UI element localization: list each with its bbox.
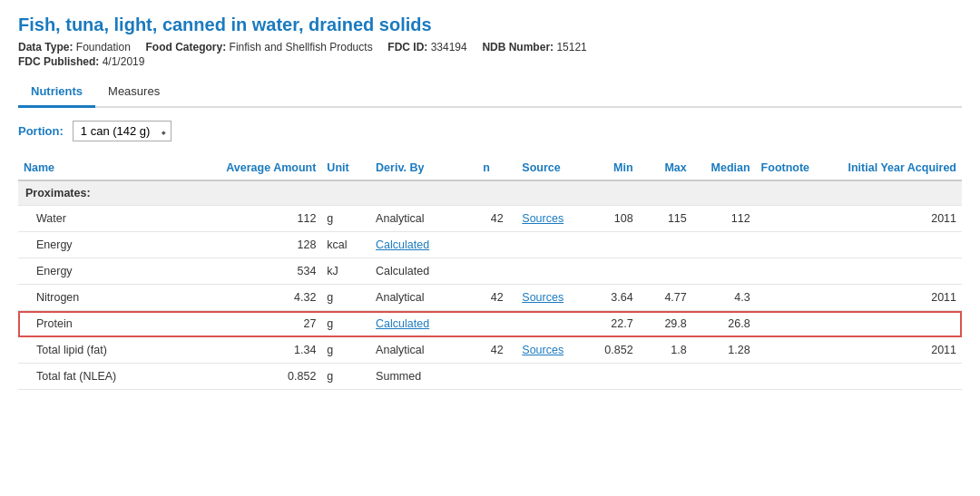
col-header-name: Name [18, 156, 213, 180]
section-header-row: Proximates: [18, 180, 962, 206]
cell-max [639, 364, 692, 390]
portion-select-wrap[interactable]: 1 can (142 g) [73, 121, 172, 141]
tabs: Nutrients Measures [18, 79, 962, 108]
ndb-value: 15121 [556, 41, 586, 53]
cell-footnote [756, 337, 834, 364]
cell-deriv: Calculated [370, 258, 477, 285]
cell-source [516, 311, 584, 337]
ndb-label: NDB Number: [482, 41, 554, 53]
table-row: Total lipid (fat)1.34gAnalytical42Source… [18, 337, 962, 364]
cell-source [516, 258, 584, 285]
cell-footnote [756, 364, 834, 390]
cell-median: 112 [692, 206, 756, 232]
cell-deriv: Analytical [370, 337, 477, 364]
table-row: Energy128kcalCalculated [18, 232, 962, 258]
cell-median: 26.8 [692, 311, 756, 337]
cell-unit: g [321, 285, 370, 311]
cell-footnote [756, 311, 834, 337]
cell-year: 2011 [834, 206, 962, 232]
food-category-value: Finfish and Shellfish Products [230, 41, 373, 53]
meta-row-1: Data Type: Foundation Food Category: Fin… [18, 41, 962, 53]
cell-unit: kJ [321, 258, 370, 285]
cell-source [516, 364, 584, 390]
data-type-label: Data Type: [18, 41, 73, 53]
meta-row-2: FDC Published: 4/1/2019 [18, 55, 962, 68]
cell-year: 2011 [834, 285, 962, 311]
cell-min: 0.852 [585, 337, 639, 364]
food-title: Fish, tuna, light, canned in water, drai… [18, 15, 962, 35]
cell-n [477, 232, 516, 258]
table-row: Protein27gCalculated22.729.826.8 [18, 311, 962, 337]
cell-avg: 534 [213, 258, 321, 285]
cell-name: Total fat (NLEA) [18, 364, 213, 390]
col-header-source: Source [516, 156, 584, 180]
cell-min [585, 364, 639, 390]
cell-deriv[interactable]: Calculated [370, 232, 477, 258]
cell-median [692, 364, 756, 390]
cell-median [692, 232, 756, 258]
portion-select[interactable]: 1 can (142 g) [73, 121, 172, 141]
cell-year: 2011 [834, 337, 962, 364]
cell-median: 4.3 [692, 285, 756, 311]
table-row: Total fat (NLEA)0.852gSummed [18, 364, 962, 390]
cell-name: Nitrogen [18, 285, 213, 311]
cell-unit: kcal [321, 232, 370, 258]
cell-max: 1.8 [639, 337, 692, 364]
data-type-value: Foundation [76, 41, 131, 53]
cell-footnote [756, 232, 834, 258]
cell-deriv: Analytical [370, 206, 477, 232]
cell-unit: g [321, 364, 370, 390]
cell-avg: 112 [213, 206, 321, 232]
cell-unit: g [321, 311, 370, 337]
cell-name: Protein [18, 311, 213, 337]
table-row: Energy534kJCalculated [18, 258, 962, 285]
cell-name: Energy [18, 258, 213, 285]
cell-n [477, 311, 516, 337]
cell-median: 1.28 [692, 337, 756, 364]
cell-max: 4.77 [639, 285, 692, 311]
cell-avg: 128 [213, 232, 321, 258]
col-header-median: Median [692, 156, 756, 180]
cell-footnote [756, 258, 834, 285]
cell-min [585, 258, 639, 285]
cell-min: 3.64 [585, 285, 639, 311]
cell-n [477, 364, 516, 390]
cell-avg: 27 [213, 311, 321, 337]
cell-unit: g [321, 206, 370, 232]
fdc-published-value: 4/1/2019 [103, 55, 145, 68]
cell-min [585, 232, 639, 258]
fdc-published-label: FDC Published: [18, 55, 99, 68]
cell-n [477, 258, 516, 285]
cell-max [639, 232, 692, 258]
table-row: Nitrogen4.32gAnalytical42Sources3.644.77… [18, 285, 962, 311]
tab-nutrients[interactable]: Nutrients [18, 79, 95, 108]
cell-n: 42 [477, 206, 516, 232]
col-header-n: n [477, 156, 516, 180]
col-header-year: Initial Year Acquired [834, 156, 962, 180]
tab-measures[interactable]: Measures [95, 79, 172, 108]
cell-avg: 4.32 [213, 285, 321, 311]
cell-deriv[interactable]: Calculated [370, 311, 477, 337]
cell-year [834, 232, 962, 258]
cell-source[interactable]: Sources [516, 337, 584, 364]
cell-avg: 1.34 [213, 337, 321, 364]
cell-deriv: Summed [370, 364, 477, 390]
col-header-footnote: Footnote [756, 156, 834, 180]
fdc-id-value: 334194 [431, 41, 467, 53]
col-header-max: Max [639, 156, 692, 180]
nutrients-table: Name Average Amount Unit Deriv. By n Sou… [18, 156, 962, 390]
cell-year [834, 311, 962, 337]
portion-label: Portion: [18, 124, 64, 138]
cell-year [834, 258, 962, 285]
fdc-id-label: FDC ID: [387, 41, 427, 53]
cell-name: Total lipid (fat) [18, 337, 213, 364]
cell-unit: g [321, 337, 370, 364]
cell-median [692, 258, 756, 285]
cell-n: 42 [477, 285, 516, 311]
cell-source[interactable]: Sources [516, 285, 584, 311]
cell-footnote [756, 206, 834, 232]
cell-min: 22.7 [585, 311, 639, 337]
cell-source[interactable]: Sources [516, 206, 584, 232]
cell-source [516, 232, 584, 258]
table-row: Water112gAnalytical42Sources108115112201… [18, 206, 962, 232]
